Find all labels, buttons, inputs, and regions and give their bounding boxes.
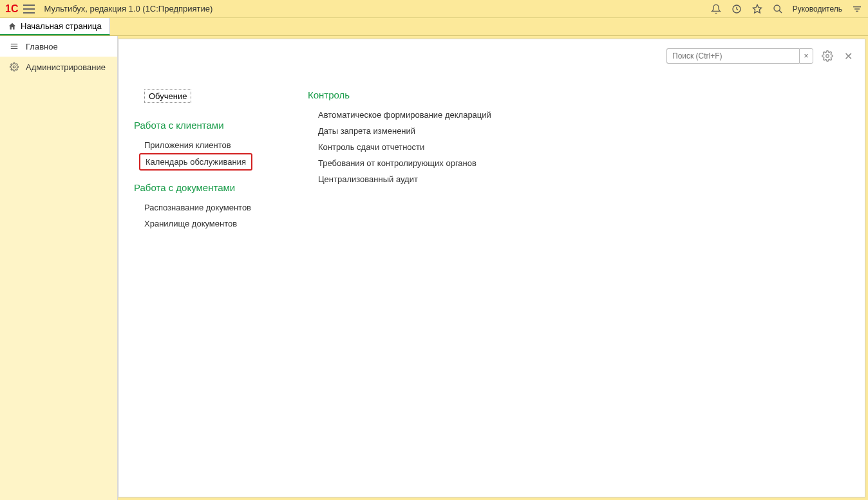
section-clients: Работа с клиентами [134, 120, 263, 131]
app-logo: 1С [5, 3, 18, 15]
titlebar: 1С Мультибух, редакция 1.0 (1С:Предприят… [0, 0, 868, 18]
training-button[interactable]: Обучение [144, 89, 191, 103]
sidebar-item-main[interactable]: Главное [0, 36, 117, 57]
sidebar-main-label: Главное [26, 42, 58, 51]
link-service-calendar[interactable]: Календарь обслуживания [139, 153, 252, 171]
main-menu-icon[interactable] [23, 5, 35, 14]
link-doc-recognition[interactable]: Распознавание документов [134, 199, 263, 216]
section-docs: Работа с документами [134, 182, 263, 193]
bell-icon[interactable] [710, 3, 722, 15]
window-title: Мультибух, редакция 1.0 (1С:Предприятие) [44, 4, 710, 14]
svg-line-3 [779, 10, 782, 13]
close-icon[interactable]: ✕ [842, 50, 854, 62]
history-icon[interactable] [731, 3, 742, 15]
sidebar-item-admin[interactable]: Администрирование [0, 57, 117, 77]
svg-point-11 [826, 55, 829, 58]
link-auto-declarations[interactable]: Автоматическое формирование деклараций [308, 107, 491, 123]
search-icon[interactable] [772, 3, 784, 15]
user-name[interactable]: Руководитель [793, 5, 842, 14]
home-icon [8, 22, 17, 31]
svg-marker-1 [753, 5, 761, 13]
search-clear-button[interactable]: × [799, 48, 813, 64]
link-central-audit[interactable]: Централизованный аудит [308, 171, 491, 187]
svg-point-2 [774, 5, 780, 11]
svg-point-10 [13, 66, 15, 68]
settings-icon[interactable] [821, 50, 834, 62]
content-panel: × ✕ Обучение Работа с клиентами Приложен… [118, 39, 865, 497]
link-change-dates[interactable]: Даты запрета изменений [308, 123, 491, 139]
star-icon[interactable] [751, 3, 763, 15]
link-doc-storage[interactable]: Хранилище документов [134, 216, 263, 232]
section-control: Контроль [308, 89, 491, 100]
tabbar: Начальная страница [0, 18, 868, 36]
search-input[interactable] [666, 48, 799, 64]
sidebar: Главное Администрирование [0, 36, 118, 500]
link-requirements[interactable]: Требования от контролирующих органов [308, 155, 491, 171]
hamburger-icon [9, 41, 19, 51]
tab-home-label: Начальная страница [21, 21, 102, 31]
link-reporting-control[interactable]: Контроль сдачи отчетности [308, 139, 491, 155]
sidebar-admin-label: Администрирование [26, 62, 106, 72]
tab-home[interactable]: Начальная страница [0, 18, 110, 35]
link-client-apps[interactable]: Приложения клиентов [134, 137, 263, 153]
gear-icon [9, 62, 19, 72]
panel-toggle-icon[interactable] [851, 3, 863, 15]
